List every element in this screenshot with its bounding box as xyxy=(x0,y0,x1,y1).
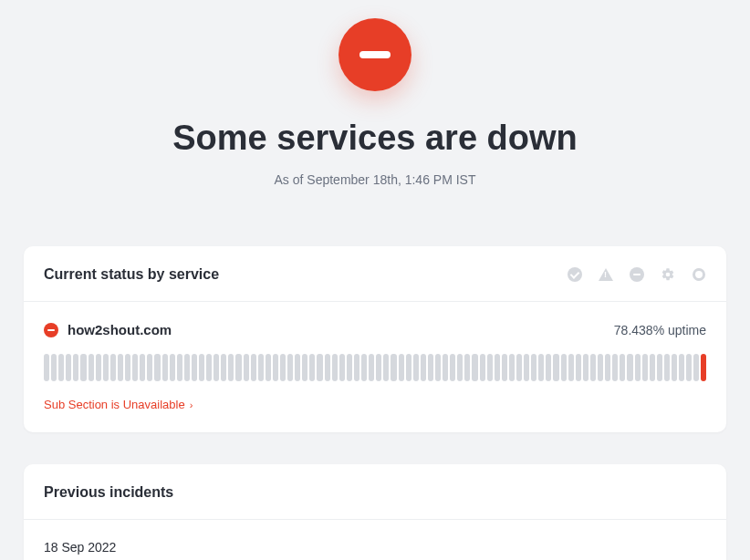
uptime-segment[interactable] xyxy=(361,354,367,381)
uptime-segment[interactable] xyxy=(125,354,130,381)
uptime-segment[interactable] xyxy=(679,354,684,381)
uptime-segment[interactable] xyxy=(472,354,477,381)
sub-section-link[interactable]: Sub Section is Unavailable › xyxy=(44,398,193,411)
uptime-segment[interactable] xyxy=(132,354,138,381)
uptime-segment[interactable] xyxy=(495,354,500,381)
uptime-segment[interactable] xyxy=(538,354,544,381)
uptime-segment[interactable] xyxy=(450,354,455,381)
uptime-segment[interactable] xyxy=(568,354,574,381)
uptime-segment[interactable] xyxy=(110,354,116,381)
uptime-segment[interactable] xyxy=(480,354,485,381)
uptime-segment[interactable] xyxy=(118,354,123,381)
uptime-segment[interactable] xyxy=(464,354,470,381)
uptime-segment[interactable] xyxy=(406,354,411,381)
uptime-segment[interactable] xyxy=(612,354,618,381)
uptime-segment[interactable] xyxy=(170,354,175,381)
uptime-segment[interactable] xyxy=(598,354,603,381)
uptime-segment[interactable] xyxy=(531,354,536,381)
uptime-segment[interactable] xyxy=(103,354,109,381)
uptime-segment[interactable] xyxy=(295,354,300,381)
uptime-segment[interactable] xyxy=(701,354,706,381)
uptime-segment[interactable] xyxy=(576,354,581,381)
uptime-segment[interactable] xyxy=(376,354,381,381)
uptime-segment[interactable] xyxy=(421,354,426,381)
uptime-segment[interactable] xyxy=(339,354,345,381)
uptime-segment[interactable] xyxy=(287,354,293,381)
uptime-segment[interactable] xyxy=(140,354,145,381)
uptime-segment[interactable] xyxy=(273,354,278,381)
uptime-segment[interactable] xyxy=(502,354,507,381)
uptime-segment[interactable] xyxy=(177,354,182,381)
uptime-segment[interactable] xyxy=(435,354,441,381)
uptime-segment[interactable] xyxy=(221,354,226,381)
uptime-segment[interactable] xyxy=(199,354,204,381)
uptime-segment[interactable] xyxy=(693,354,699,381)
uptime-segment[interactable] xyxy=(347,354,352,381)
uptime-segment[interactable] xyxy=(672,354,677,381)
uptime-segment[interactable] xyxy=(266,354,271,381)
previous-incidents-title: Previous incidents xyxy=(44,484,173,501)
uptime-segment[interactable] xyxy=(561,354,567,381)
uptime-segment[interactable] xyxy=(516,354,522,381)
uptime-segment[interactable] xyxy=(317,354,322,381)
uptime-bar[interactable] xyxy=(44,354,706,381)
uptime-segment[interactable] xyxy=(302,354,307,381)
uptime-segment[interactable] xyxy=(605,354,610,381)
uptime-segment[interactable] xyxy=(73,354,78,381)
uptime-segment[interactable] xyxy=(369,354,374,381)
uptime-segment[interactable] xyxy=(391,354,396,381)
uptime-segment[interactable] xyxy=(620,354,625,381)
uptime-segment[interactable] xyxy=(642,354,648,381)
uptime-segment[interactable] xyxy=(206,354,212,381)
uptime-segment[interactable] xyxy=(487,354,493,381)
uptime-segment[interactable] xyxy=(96,354,101,381)
uptime-segment[interactable] xyxy=(428,354,433,381)
uptime-segment[interactable] xyxy=(686,354,692,381)
uptime-segment[interactable] xyxy=(154,354,160,381)
uptime-segment[interactable] xyxy=(635,354,641,381)
uptime-segment[interactable] xyxy=(399,354,404,381)
uptime-segment[interactable] xyxy=(66,354,71,381)
uptime-segment[interactable] xyxy=(413,354,419,381)
uptime-segment[interactable] xyxy=(89,354,94,381)
uptime-segment[interactable] xyxy=(590,354,596,381)
service-status-down-icon xyxy=(44,323,58,337)
legend-unknown-icon xyxy=(692,267,706,282)
previous-incidents-header: Previous incidents xyxy=(24,464,726,520)
uptime-segment[interactable] xyxy=(258,354,264,381)
uptime-segment[interactable] xyxy=(383,354,389,381)
uptime-segment[interactable] xyxy=(235,354,241,381)
status-down-icon xyxy=(339,18,411,91)
service-row: how2shout.com 78.438% uptime Sub Section… xyxy=(24,302,726,432)
uptime-segment[interactable] xyxy=(228,354,234,381)
uptime-segment[interactable] xyxy=(583,354,589,381)
uptime-segment[interactable] xyxy=(325,354,330,381)
uptime-segment[interactable] xyxy=(280,354,286,381)
uptime-segment[interactable] xyxy=(524,354,529,381)
uptime-segment[interactable] xyxy=(58,354,64,381)
uptime-segment[interactable] xyxy=(509,354,515,381)
uptime-segment[interactable] xyxy=(664,354,670,381)
uptime-segment[interactable] xyxy=(244,354,249,381)
uptime-segment[interactable] xyxy=(192,354,197,381)
uptime-segment[interactable] xyxy=(162,354,168,381)
sub-section-label: Sub Section is Unavailable xyxy=(44,398,185,411)
current-status-card: Current status by service how2shout.com … xyxy=(24,246,726,432)
uptime-segment[interactable] xyxy=(44,354,49,381)
uptime-segment[interactable] xyxy=(332,354,338,381)
uptime-segment[interactable] xyxy=(627,354,632,381)
uptime-segment[interactable] xyxy=(184,354,190,381)
uptime-segment[interactable] xyxy=(251,354,256,381)
uptime-segment[interactable] xyxy=(51,354,57,381)
uptime-segment[interactable] xyxy=(650,354,655,381)
uptime-segment[interactable] xyxy=(546,354,551,381)
uptime-segment[interactable] xyxy=(553,354,558,381)
uptime-segment[interactable] xyxy=(457,354,463,381)
uptime-segment[interactable] xyxy=(214,354,219,381)
uptime-segment[interactable] xyxy=(657,354,662,381)
uptime-segment[interactable] xyxy=(443,354,448,381)
uptime-segment[interactable] xyxy=(309,354,315,381)
uptime-segment[interactable] xyxy=(80,354,86,381)
uptime-segment[interactable] xyxy=(354,354,359,381)
uptime-segment[interactable] xyxy=(147,354,152,381)
